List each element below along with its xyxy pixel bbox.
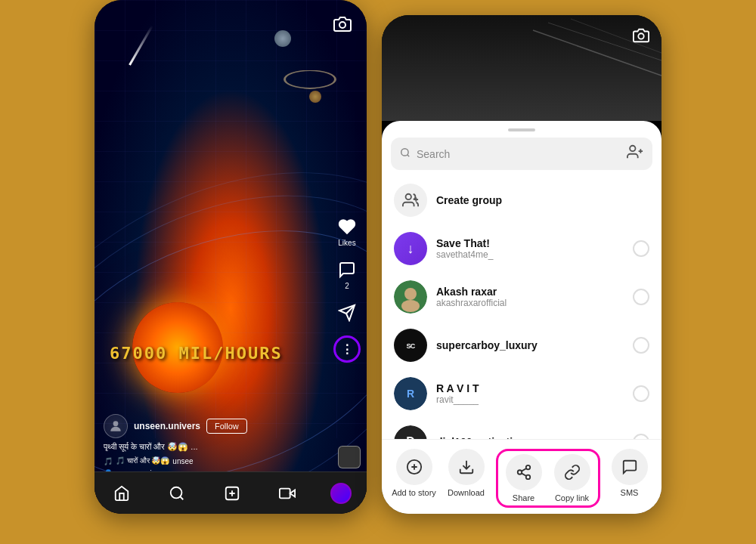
add-people-icon[interactable] <box>627 144 643 164</box>
save-that-handle: savethat4me_ <box>436 249 624 260</box>
share-action[interactable]: Share <box>501 454 547 502</box>
ravit-info: R A V I T ravit_____ <box>436 382 624 405</box>
nav-search[interactable] <box>165 481 189 505</box>
save-that-radio[interactable] <box>633 240 649 257</box>
add-to-story-icon <box>396 449 432 485</box>
drag-handle <box>508 128 535 131</box>
video-title: 67000 MIL/HOURS <box>110 344 321 363</box>
svg-line-5 <box>180 496 183 499</box>
add-to-story-action[interactable]: Add to story <box>392 449 437 508</box>
highlight-container: Share Copy link <box>496 449 600 508</box>
send-icon <box>336 302 358 323</box>
right-phone: Search <box>382 15 662 514</box>
search-placeholder: Search <box>417 148 621 160</box>
akash-radio[interactable] <box>633 289 649 305</box>
svg-point-3 <box>113 421 119 426</box>
svg-point-26 <box>401 300 420 312</box>
svg-point-0 <box>339 22 345 28</box>
share-icon <box>506 454 542 490</box>
user-avatar <box>104 414 128 438</box>
svg-point-43 <box>517 470 522 474</box>
contacts-list: Create group ↓ Save That! savethat4me_ <box>382 176 662 439</box>
right-phone-top <box>382 15 662 121</box>
contact-save-that[interactable]: ↓ Save That! savethat4me_ <box>382 224 662 273</box>
copy-link-action[interactable]: Copy link <box>550 454 595 502</box>
comment-count: 2 <box>345 282 349 290</box>
ravit-name: R A V I T <box>436 382 624 394</box>
video-background: 67000 MIL/HOURS Likes <box>94 0 367 514</box>
nav-profile[interactable] <box>330 483 352 504</box>
contact-ravit[interactable]: R R A V I T ravit_____ <box>382 369 662 418</box>
dial100-radio[interactable] <box>633 434 649 439</box>
contact-akash[interactable]: Akash raxar akashraxarofficial <box>382 273 662 321</box>
sms-icon <box>612 449 648 485</box>
download-action[interactable]: Download <box>444 449 489 508</box>
nav-home[interactable] <box>110 481 134 505</box>
planet-small-1 <box>274 30 291 47</box>
search-bar[interactable]: Search <box>391 138 652 170</box>
left-top-bar <box>330 12 355 36</box>
right-actions: Likes 2 <box>333 216 361 363</box>
camera-icon[interactable] <box>330 12 355 36</box>
planet-small-2 <box>309 91 321 103</box>
svg-point-21 <box>406 194 411 199</box>
save-that-avatar: ↓ <box>394 232 427 265</box>
create-group-label: Create group <box>436 194 649 206</box>
save-that-name: Save That! <box>436 237 624 249</box>
bottom-actions: Add to story Download <box>382 439 662 514</box>
like-button[interactable]: Likes <box>336 216 358 247</box>
ravit-avatar: R <box>394 377 427 410</box>
akash-handle: akashraxarofficial <box>436 298 624 308</box>
supercar-avatar: SC <box>394 329 427 362</box>
download-icon <box>448 449 485 485</box>
music-tag: unsee <box>172 457 193 465</box>
right-camera-icon[interactable] <box>633 27 649 48</box>
heart-icon <box>336 216 358 237</box>
music-text: 🎵 चारों और 🤯😱 <box>116 456 169 465</box>
nav-reels[interactable] <box>275 481 299 505</box>
contact-dial100[interactable]: D dial100motivation <box>382 418 662 439</box>
create-group-name: Create group <box>436 194 649 206</box>
follow-button[interactable]: Follow <box>206 419 247 434</box>
left-phone: 67000 MIL/HOURS Likes <box>94 0 367 514</box>
contact-supercar[interactable]: SC supercarboy_luxury <box>382 321 662 369</box>
akash-avatar <box>394 280 427 314</box>
supercar-info: supercarboy_luxury <box>436 339 624 351</box>
share-label: Share <box>513 493 534 502</box>
share-button[interactable] <box>336 302 358 323</box>
more-options-button[interactable]: ⋮ <box>333 335 361 363</box>
svg-point-44 <box>525 475 530 480</box>
comment-icon <box>336 259 358 280</box>
nav-add[interactable] <box>220 481 244 505</box>
video-caption: पृथ्वी सूर्य के चारों और 🤯😱 ... <box>104 442 329 452</box>
copy-link-label: Copy link <box>555 493 589 502</box>
svg-point-18 <box>630 146 635 151</box>
svg-point-4 <box>171 487 182 498</box>
svg-point-25 <box>404 288 417 300</box>
create-group-row[interactable]: Create group <box>382 176 662 224</box>
thumbnail-preview <box>338 446 361 468</box>
svg-line-17 <box>407 155 410 157</box>
username: unseen.univers <box>134 421 200 431</box>
save-that-info: Save That! savethat4me_ <box>436 237 624 260</box>
likes-label: Likes <box>338 239 355 247</box>
create-group-icon <box>394 184 427 217</box>
svg-line-46 <box>521 468 525 471</box>
bottom-nav <box>94 471 367 514</box>
supercar-radio[interactable] <box>633 337 649 354</box>
svg-text:R: R <box>407 388 414 400</box>
comment-button[interactable]: 2 <box>336 259 358 290</box>
saturn-ring <box>284 70 336 89</box>
svg-marker-9 <box>290 490 294 496</box>
svg-point-42 <box>525 465 530 470</box>
download-label: Download <box>448 488 485 497</box>
dial100-avatar: D <box>394 425 427 439</box>
sms-action[interactable]: SMS <box>607 449 652 508</box>
svg-line-45 <box>521 473 525 476</box>
ravit-radio[interactable] <box>633 385 649 402</box>
svg-point-15 <box>638 33 643 39</box>
add-to-story-label: Add to story <box>392 488 436 497</box>
music-note-icon: 🎵 <box>104 457 113 465</box>
akash-name: Akash raxar <box>436 286 624 298</box>
music-info: 🎵 🎵 चारों और 🤯😱 unsee <box>104 456 194 465</box>
